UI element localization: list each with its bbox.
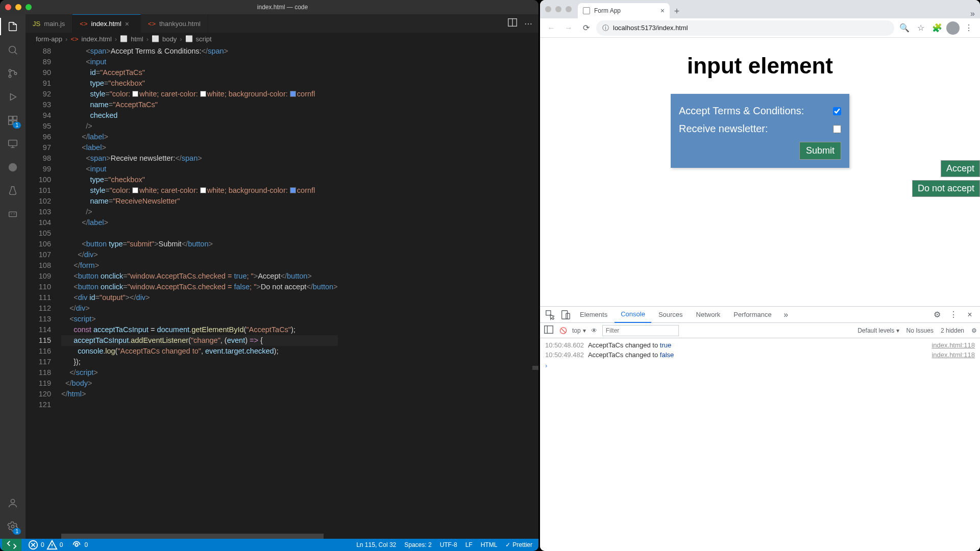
svg-rect-5: [13, 116, 17, 120]
close-tab-icon[interactable]: ×: [125, 20, 133, 28]
accept-button[interactable]: Accept: [941, 160, 980, 177]
inspect-element-icon[interactable]: [543, 308, 557, 322]
line-numbers: 8889909192939495969798991001011021031041…: [26, 45, 61, 539]
device-toolbar-icon[interactable]: [558, 308, 573, 322]
performance-tab[interactable]: Performance: [727, 307, 777, 323]
language-mode[interactable]: HTML: [477, 541, 502, 548]
problems-indicator[interactable]: 0 0: [23, 539, 67, 550]
prettier-status[interactable]: ✓ Prettier: [501, 541, 536, 548]
close-window-icon[interactable]: [5, 4, 11, 10]
accounts-icon[interactable]: [6, 496, 20, 510]
remote-indicator[interactable]: [2, 539, 21, 551]
run-debug-icon[interactable]: [6, 90, 20, 104]
favicon-icon: [583, 7, 590, 14]
browser-tab[interactable]: Form App ×: [578, 3, 670, 18]
source-control-icon[interactable]: [6, 66, 20, 81]
log-source-link[interactable]: index.html:118: [932, 341, 975, 349]
breadcrumb-item[interactable]: body: [162, 35, 177, 43]
svg-rect-4: [9, 116, 12, 120]
breadcrumbs[interactable]: form-app› <>index.html› ⬜html› ⬜body› ⬜s…: [26, 33, 538, 45]
minimize-window-icon[interactable]: [15, 4, 21, 10]
devtools-close-icon[interactable]: ×: [963, 308, 977, 322]
log-levels[interactable]: Default levels ▾: [857, 327, 899, 334]
console-sidebar-icon[interactable]: [543, 324, 554, 337]
close-tab-icon[interactable]: ×: [660, 7, 665, 15]
console-tab[interactable]: Console: [615, 307, 651, 323]
back-button[interactable]: ←: [544, 21, 558, 35]
devtools-menu-icon[interactable]: ⋮: [946, 308, 961, 322]
bookmark-icon[interactable]: ☆: [914, 21, 928, 35]
close-window-icon[interactable]: [545, 6, 551, 12]
breadcrumb-item[interactable]: form-app: [36, 35, 62, 43]
eol[interactable]: LF: [461, 541, 477, 548]
encoding[interactable]: UTF-8: [436, 541, 461, 548]
testing-icon[interactable]: [6, 184, 20, 198]
elements-tab[interactable]: Elements: [574, 307, 614, 323]
hidden-count[interactable]: 2 hidden: [941, 327, 964, 334]
svg-rect-18: [566, 313, 570, 319]
more-tabs-icon[interactable]: »: [779, 308, 793, 322]
explorer-icon[interactable]: [6, 19, 20, 34]
clear-console-icon[interactable]: 🚫: [559, 327, 567, 334]
execution-context[interactable]: top ▾: [572, 327, 586, 334]
console-filter-input[interactable]: [602, 325, 679, 336]
tab-title: Form App: [594, 7, 621, 14]
copilot-icon[interactable]: [6, 160, 20, 174]
remote-explorer-icon[interactable]: [6, 137, 20, 151]
newsletter-checkbox[interactable]: [833, 125, 841, 133]
accept-tc-checkbox[interactable]: [833, 107, 841, 115]
url-text: localhost:5173/index.html: [613, 24, 688, 32]
forward-button[interactable]: →: [561, 21, 576, 35]
console-output[interactable]: 10:50:48.602 AcceptTaCs changed to true …: [540, 338, 980, 551]
minimap[interactable]: [532, 45, 538, 539]
extensions-icon[interactable]: 🧩: [930, 21, 944, 35]
maximize-window-icon[interactable]: [566, 6, 572, 12]
symbol-icon: ⬜: [120, 35, 128, 42]
network-tab[interactable]: Network: [690, 307, 727, 323]
code-editor[interactable]: 8889909192939495969798991001011021031041…: [26, 45, 538, 539]
tab-index-html[interactable]: <>index.html×: [72, 14, 140, 33]
breadcrumb-item[interactable]: html: [131, 35, 143, 43]
svg-point-1: [9, 69, 11, 72]
page-heading: input element: [560, 53, 960, 79]
tab-main-js[interactable]: JSmain.js: [26, 14, 72, 33]
profile-avatar[interactable]: [946, 21, 960, 35]
tab-thankyou-html[interactable]: <>thankyou.html: [141, 14, 208, 33]
ports-icon[interactable]: [6, 207, 20, 221]
submit-button[interactable]: Submit: [799, 142, 841, 160]
zoom-icon[interactable]: 🔍: [897, 21, 912, 35]
expand-tabs-icon[interactable]: »: [970, 9, 980, 18]
do-not-accept-button[interactable]: Do not accept: [912, 180, 980, 197]
chrome-menu-icon[interactable]: ⋮: [962, 21, 976, 35]
maximize-window-icon[interactable]: [26, 4, 32, 10]
horizontal-scrollbar[interactable]: [61, 534, 538, 539]
vscode-window: index.html — code 1 1 JSmain.js: [0, 0, 538, 551]
split-editor-icon[interactable]: [507, 17, 518, 30]
indentation[interactable]: Spaces: 2: [400, 541, 435, 548]
minimize-window-icon[interactable]: [555, 6, 561, 12]
sources-tab[interactable]: Sources: [652, 307, 689, 323]
more-actions-icon[interactable]: ⋯: [524, 19, 532, 29]
page-content: input element Accept Terms & Conditions:…: [540, 38, 980, 306]
console-prompt[interactable]: ›: [540, 360, 980, 371]
issues-indicator[interactable]: No Issues: [906, 327, 934, 334]
live-expression-icon[interactable]: 👁: [591, 327, 597, 334]
new-tab-button[interactable]: +: [670, 4, 684, 18]
breadcrumb-item[interactable]: index.html: [82, 35, 112, 43]
cursor-position[interactable]: Ln 115, Col 32: [352, 541, 400, 548]
ports-indicator[interactable]: 0: [67, 539, 92, 550]
site-info-icon[interactable]: ⓘ: [602, 23, 609, 33]
settings-gear-icon[interactable]: 1: [6, 519, 20, 534]
reload-button[interactable]: ⟳: [579, 21, 593, 35]
address-bar[interactable]: ⓘ localhost:5173/index.html: [596, 20, 894, 36]
code-content[interactable]: <span>Accept Terms & Conditions:</span> …: [61, 45, 338, 539]
newsletter-label: Receive newsletter:: [679, 123, 768, 135]
console-settings-icon[interactable]: ⚙: [971, 327, 977, 334]
extensions-icon[interactable]: 1: [6, 113, 20, 128]
search-icon[interactable]: [6, 43, 20, 57]
breadcrumb-item[interactable]: script: [196, 35, 212, 43]
devtools-settings-icon[interactable]: ⚙: [930, 308, 944, 322]
svg-rect-6: [9, 121, 12, 124]
log-source-link[interactable]: index.html:118: [932, 351, 975, 359]
svg-point-2: [9, 75, 11, 78]
